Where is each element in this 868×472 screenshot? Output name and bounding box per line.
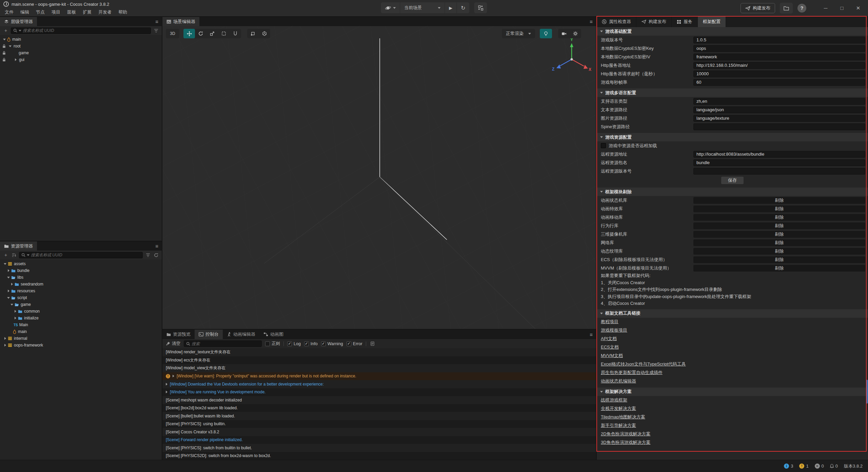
doc-link[interactable]: 原生包热更新配置自动生成插件 [601,370,663,376]
asset-node-bundle[interactable]: bundle [0,267,162,274]
menu-developer[interactable]: 开发者 [95,8,115,16]
tab-animation-editor[interactable]: 动画编辑器 [223,330,259,339]
doc-link[interactable]: 游戏模板项目 [601,327,627,333]
close-button[interactable]: ✕ [852,5,864,11]
expand-chevron-icon[interactable] [3,337,7,340]
log-row-info[interactable]: [Window] You are running Vue in developm… [162,388,596,396]
filter-icon[interactable] [153,29,159,33]
remove-module-button[interactable]: 剔除 [693,239,865,246]
coordinate-toggle-button[interactable] [259,29,270,38]
panel-menu-icon[interactable]: ≡ [590,19,593,24]
log-row[interactable]: [Scene] meshopt wasm decoder initialized [162,396,596,404]
spine-path-input[interactable] [693,123,865,130]
log-row[interactable]: [Scene] Cocos Creator v3.8.2 [162,428,596,436]
section-header-docs[interactable]: 框架文档工具链接 [597,309,868,318]
search-type-chevron-icon[interactable] [27,254,29,256]
gear-icon[interactable] [570,29,581,38]
menu-extension[interactable]: 扩展 [79,8,95,16]
log-row[interactable]: [Window] ecs文件夹存在 [162,356,596,365]
hierarchy-search-input[interactable] [23,28,149,33]
log-row[interactable]: [Window] model_view文件夹存在 [162,364,596,372]
http-timeout-input[interactable] [693,71,865,77]
asset-node-game[interactable]: game [0,301,162,308]
log-row[interactable]: [Scene] [PHYSICS]: using builtin. [162,420,596,428]
menu-panel[interactable]: 面板 [64,8,79,16]
hierarchy-node-gui[interactable]: gui [0,56,162,63]
play-button[interactable]: ▶ [445,2,457,13]
expand-chevron-icon[interactable] [7,290,10,292]
console-search-input[interactable] [192,341,259,346]
clear-console-button[interactable]: 清空 [166,341,180,347]
tab-console[interactable]: 控制台 [195,330,223,339]
expand-chevron-icon[interactable] [3,263,7,265]
warning-badge[interactable]: ! 1 [799,464,808,469]
solution-link[interactable]: Tiledmap地图解决方案 [601,414,645,420]
build-publish-button[interactable]: 构建发布 [741,3,775,13]
texture-path-input[interactable] [693,115,865,122]
search-type-chevron-icon[interactable] [19,30,21,32]
menu-project[interactable]: 项目 [48,8,64,16]
pivot-toggle-button[interactable] [247,29,259,38]
sort-icon[interactable] [11,253,17,257]
tab-build-publish[interactable]: 构建发布 [636,16,672,27]
notification-badge[interactable]: 0 [830,464,838,469]
expand-chevron-icon[interactable] [3,344,7,347]
section-header-game-base[interactable]: 游戏基础配置 [597,27,868,36]
collapse-log-icon[interactable] [370,341,376,346]
language-types-input[interactable] [693,98,865,105]
refresh-icon[interactable] [153,253,159,257]
doc-link[interactable]: 教程项目 [601,319,618,325]
doc-link[interactable]: MVVM文档 [601,353,623,359]
maximize-button[interactable]: □ [836,5,848,11]
asset-node-initialize[interactable]: initialize [0,315,162,321]
solution-link[interactable]: 战棋游戏框架 [601,397,627,403]
tab-animation-graph[interactable]: 动画图 [259,330,288,339]
filter-icon[interactable] [145,253,151,257]
panel-menu-icon[interactable]: ≡ [590,332,593,337]
asset-node-common[interactable]: common [0,308,162,315]
asset-node-script[interactable]: script [0,294,162,301]
remote-url-input[interactable] [693,151,865,158]
filter-info-checkbox[interactable]: ✓ Info [304,341,318,346]
remove-module-button[interactable]: 剔除 [693,265,865,272]
remove-module-button[interactable]: 剔除 [693,197,865,204]
log-row[interactable]: [Scene] [PHYSICS]: switch from builtin t… [162,444,596,452]
filter-log-checkbox[interactable]: ✓ Log [287,341,301,346]
remove-module-button[interactable]: 剔除 [693,231,865,238]
log-row-info[interactable]: [Scene] Forward render pipeline initiali… [162,436,596,444]
menu-edit[interactable]: 编辑 [17,8,33,16]
expand-chevron-icon[interactable] [8,45,12,47]
log-row-info[interactable]: [Window] Download the Vue Devtools exten… [162,380,596,388]
tab-services[interactable]: 服务 [672,16,698,27]
section-header-solutions[interactable]: 框架解决方案 [597,388,868,396]
info-badge[interactable]: i 3 [784,464,793,469]
expand-chevron-icon[interactable] [166,391,167,393]
tab-asset-preview[interactable]: 资源预览 [162,330,195,339]
lock-icon[interactable] [2,44,6,48]
game-version-input[interactable] [693,37,865,43]
assets-search-input[interactable] [31,253,140,257]
section-header-modules[interactable]: 框架模块剔除 [597,188,868,196]
rotate-tool-button[interactable] [195,29,206,38]
log-row-warning[interactable]: ! [Window] [Vue warn]: Property "onInput… [162,372,596,380]
remove-module-button[interactable]: 剔除 [693,205,865,212]
menu-node[interactable]: 节点 [33,8,48,16]
fps-input[interactable] [693,79,865,86]
asset-node-libs[interactable]: libs [0,274,162,281]
panel-menu-icon[interactable]: ≡ [155,19,158,24]
remote-version-input[interactable] [693,168,865,175]
open-project-folder-button[interactable] [780,3,793,14]
menu-file[interactable]: 文件 [1,8,17,16]
doc-link[interactable]: Excel格式转Json文件与TypeScript代码工具 [601,361,686,367]
expand-chevron-icon[interactable] [3,39,6,40]
tab-scene-editor[interactable]: 场景编辑器 [162,17,199,26]
asset-node-main-scene[interactable]: main [0,328,162,335]
rect-tool-button[interactable] [218,29,230,38]
regex-checkbox[interactable]: 正则 [265,341,280,347]
save-button[interactable]: 保存 [721,177,744,184]
log-row[interactable]: [Scene] [bullet]:bullet wasm lib loaded. [162,412,596,420]
filter-warning-checkbox[interactable]: ✓ Warning [321,341,343,346]
minimize-button[interactable]: ─ [820,5,831,11]
asset-node-assets[interactable]: assets [0,260,162,267]
log-row[interactable]: [Scene] [PHYSICS2D]: switch from box2d-w… [162,452,596,460]
